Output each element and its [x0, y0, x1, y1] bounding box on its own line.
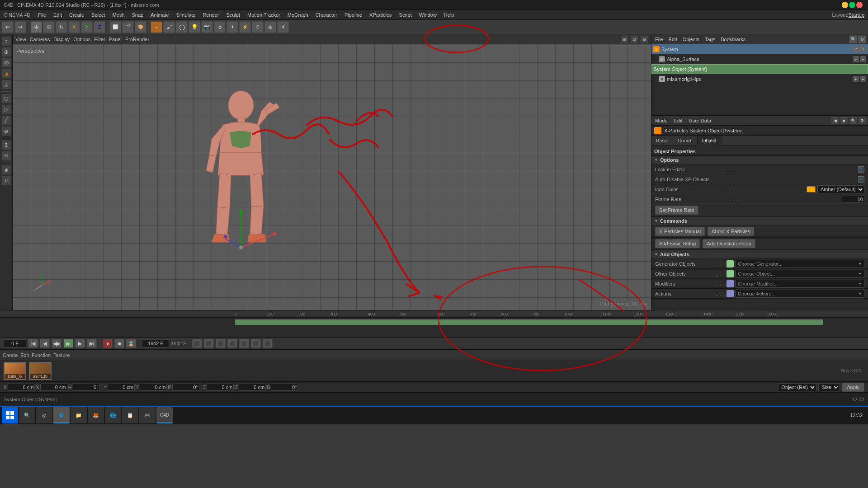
menu-simulate[interactable]: Simulate [173, 10, 199, 19]
tab-coord[interactable]: Coord. [673, 136, 698, 145]
pos-y-input[interactable] [108, 384, 135, 391]
icon-color-dropdown[interactable]: Amber (Default) [817, 185, 864, 193]
taskbar-c4d[interactable]: C4D [156, 407, 173, 423]
left-tool-5[interactable]: △ [1, 80, 11, 89]
left-tool-4[interactable]: ⊿ [1, 69, 11, 79]
icon-color-swatch[interactable] [807, 186, 816, 192]
left-tool-9[interactable]: ⊖ [1, 126, 11, 136]
generator-dropdown[interactable]: Choose Generator... ▼ [736, 260, 864, 268]
props-search[interactable]: 🔍 [849, 117, 857, 125]
taskbar-explorer[interactable]: 📁 [71, 407, 87, 423]
camera-tool[interactable]: 📷 [201, 21, 213, 33]
menu-create[interactable]: Create [66, 10, 88, 19]
particle-tool[interactable]: ✦ [226, 21, 238, 33]
left-tool-13[interactable]: ≋ [1, 176, 11, 186]
cube-tool[interactable]: ▪ [151, 21, 162, 33]
left-tool-7[interactable]: ▷ [1, 104, 11, 114]
size-x-input[interactable] [40, 384, 67, 391]
left-tool-2[interactable]: ⊕ [1, 47, 11, 57]
tool9[interactable]: ⬡ [252, 21, 264, 33]
viewport-btn2[interactable]: ⊡ [630, 35, 638, 43]
obj-vis-alpha[interactable]: ● [853, 56, 859, 62]
material-swatch-beta[interactable]: Beta_lo [4, 362, 26, 380]
xparticles-manual-button[interactable]: X-Particles Manual [655, 227, 705, 236]
auto-disable-checkbox[interactable] [858, 176, 864, 183]
menu-sculpt[interactable]: Sculpt [222, 10, 244, 19]
viewport-btn1[interactable]: ⊞ [620, 35, 628, 43]
frame-rate-input[interactable] [842, 196, 864, 203]
apply-button[interactable]: Apply [842, 383, 864, 392]
object-row-hips[interactable]: B mixamorig:Hips ● ● [651, 74, 868, 84]
menu-file[interactable]: File [34, 10, 50, 19]
mat-create-menu[interactable]: Create [3, 352, 18, 358]
object-mode[interactable]: ⬜ [109, 21, 121, 33]
left-tool-8[interactable]: ╱ [1, 115, 11, 125]
pos-z-input[interactable] [207, 384, 234, 391]
left-tool-6[interactable]: ⬡ [1, 94, 11, 103]
pos-x-input[interactable] [8, 384, 35, 391]
obj-vis-system[interactable]: ✓ [853, 46, 859, 52]
tool10[interactable]: ⊕ [264, 21, 276, 33]
taskbar-extra2[interactable]: 🎮 [139, 407, 156, 423]
obj-lock-alpha[interactable]: ● [860, 56, 866, 62]
move-tool[interactable]: ✛ [30, 21, 42, 33]
section-options-header[interactable]: ▼ Options [651, 155, 868, 164]
object-row-system[interactable]: S System ✓ ✓ [651, 44, 868, 54]
playback-stop[interactable]: ■ [114, 339, 124, 348]
viewport[interactable]: View Cameras Display Options Filter Pane… [13, 34, 651, 310]
timeline-track[interactable] [0, 318, 868, 337]
render-settings[interactable]: 🎨 [135, 21, 146, 33]
menu-help[interactable]: Help [440, 10, 458, 19]
pb-extra3[interactable]: ⬛ [216, 339, 226, 348]
effector-tool[interactable]: ⚡ [239, 21, 251, 33]
left-tool-12[interactable]: ◈ [1, 165, 11, 175]
playback-keyframe[interactable]: ⌛ [126, 339, 136, 348]
props-mode-menu[interactable]: Mode [653, 118, 670, 123]
add-basic-setup-button[interactable]: Add Basic Setup [655, 239, 700, 248]
menu-motiontracker[interactable]: Motion Tracker [244, 10, 284, 19]
object-rel-select[interactable]: Object (Rel) World [778, 383, 816, 391]
scale-tool[interactable]: ⊞ [43, 21, 55, 33]
menu-xparticles[interactable]: XParticles [366, 10, 396, 19]
taskbar-ie[interactable]: e [53, 407, 70, 423]
obj-search-icon[interactable]: 🔍 [849, 35, 857, 43]
undo-button[interactable]: ↩ [2, 21, 14, 33]
taskbar-extra1[interactable]: 📋 [122, 407, 138, 423]
viewport-canvas[interactable]: Perspective [13, 44, 651, 310]
total-frames-input[interactable] [142, 339, 169, 347]
playback-next-frame[interactable]: ▶ [75, 339, 85, 348]
obj-bookmarks-menu[interactable]: Bookmarks [719, 37, 747, 42]
rot-b-input[interactable] [271, 384, 298, 391]
pb-extra4[interactable]: ⬛ [227, 339, 237, 348]
taskbar-search[interactable]: 🔍 [19, 407, 35, 423]
display-menu[interactable]: Display [53, 37, 70, 42]
menu-character[interactable]: Character [312, 10, 341, 19]
menu-animate[interactable]: Animate [147, 10, 172, 19]
options-menu[interactable]: Options [73, 37, 90, 42]
menu-select[interactable]: Select [88, 10, 109, 19]
rotate-tool[interactable]: ↻ [56, 21, 67, 33]
mat-texture-menu[interactable]: Texture [53, 352, 70, 358]
left-tool-10[interactable]: $ [1, 140, 11, 150]
obj-tags-menu[interactable]: Tags [703, 37, 717, 42]
menu-mesh[interactable]: Mesh [109, 10, 128, 19]
select-tool[interactable]: X [68, 21, 80, 33]
taskbar-chrome[interactable]: 🌐 [105, 407, 121, 423]
panel-menu[interactable]: Panel [109, 37, 122, 42]
set-frame-rate-button[interactable]: Set Frame Rate [655, 206, 698, 215]
other-dropdown[interactable]: Choose Object... ▼ [736, 270, 864, 278]
modifiers-dropdown[interactable]: Choose Modifier... ▼ [736, 280, 864, 288]
y-axis[interactable]: Y [81, 21, 93, 33]
paint-tool[interactable]: 🖌 [163, 21, 175, 33]
obj-file-menu[interactable]: File [653, 37, 665, 42]
playback-start[interactable]: |◀ [28, 339, 38, 348]
obj-vis-hips[interactable]: ● [853, 76, 859, 82]
playback-record[interactable]: ● [103, 339, 113, 348]
playback-play[interactable]: ▶ [63, 339, 73, 348]
props-nav-right[interactable]: ▶ [840, 117, 848, 125]
menu-render[interactable]: Render [199, 10, 222, 19]
viewport-btn3[interactable]: ⊟ [640, 35, 648, 43]
tab-basic[interactable]: Basic [651, 136, 673, 145]
menu-script[interactable]: Script [396, 10, 415, 19]
lock-in-editor-checkbox[interactable] [858, 166, 864, 173]
